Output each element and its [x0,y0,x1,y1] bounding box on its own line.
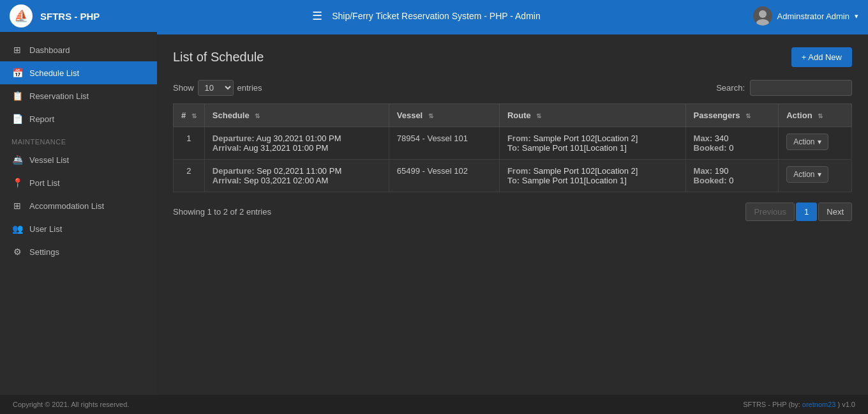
pagination-info: Showing 1 to 2 of 2 entries [173,207,271,217]
footer-copyright: Copyright © 2021. All rights reserved. [13,401,129,408]
user-menu-caret[interactable]: ▾ [855,12,858,20]
user-name[interactable]: Adminstrator Admin [777,12,849,21]
reservation-icon: 📋 [11,91,23,101]
accommodation-icon: ⊞ [11,201,23,211]
to-label: To: [507,143,520,153]
next-button[interactable]: Next [818,203,852,221]
sidebar-label-dashboard: Dashboard [29,45,70,55]
sort-icon-vessel: ⇅ [428,112,433,119]
sidebar-item-port-list[interactable]: 📍 Port List [0,171,157,194]
from-label: From: [507,134,531,143]
sort-icon-schedule: ⇅ [255,112,260,119]
menu-toggle[interactable]: ☰ [312,9,322,23]
action-button[interactable]: Action ▾ [786,166,828,183]
col-header-action[interactable]: Action ⇅ [779,104,852,127]
departure-value: Sep 02,2021 11:00 PM [257,166,341,176]
cell-passengers: Max: 340 Booked: 0 [685,127,779,160]
cell-route: From: Sample Port 102[Location 2] To: Sa… [499,127,685,160]
sidebar-item-user-list[interactable]: 👥 User List [0,217,157,240]
navbar-center: ☰ Ship/Ferry Ticket Reservation System -… [312,9,541,23]
entries-label: entries [237,83,262,93]
sort-icon-action: ⇅ [818,112,823,119]
svg-point-1 [756,19,769,26]
brand-icon: ⛵ [10,4,33,27]
table-controls: Show 10 25 50 100 entries Search: [173,80,852,96]
sidebar-label-user-list: User List [29,224,62,234]
sidebar-label-schedule: Schedule List [29,68,79,78]
action-button[interactable]: Action ▾ [786,134,828,150]
arrival-label: Arrival: [213,176,242,185]
cell-route: From: Sample Port 102[Location 2] To: Sa… [499,160,685,192]
report-icon: 📄 [11,114,23,124]
col-header-num[interactable]: # ⇅ [174,104,205,127]
sidebar-item-dashboard[interactable]: ⊞ Dashboard [0,38,157,61]
booked-label: Booked: [694,143,727,153]
page-header: List of Schedule + Add New [173,47,852,67]
add-new-button[interactable]: + Add New [791,47,852,67]
sidebar-label-report: Report [29,114,54,124]
cell-num: 2 [174,160,205,192]
dashboard-icon: ⊞ [11,45,23,55]
navbar-right: Adminstrator Admin ▾ [753,6,858,26]
sidebar-item-schedule-list[interactable]: 📅 Schedule List [0,61,157,84]
col-header-route[interactable]: Route ⇅ [499,104,685,127]
sidebar-label-port: Port List [29,178,60,188]
col-header-schedule[interactable]: Schedule ⇅ [204,104,389,127]
sidebar-item-accommodation-list[interactable]: ⊞ Accommodation List [0,194,157,217]
max-value: 340 [715,134,729,143]
to-value: Sample Port 101[Location 1] [522,143,627,153]
footer: Copyright © 2021. All rights reserved. S… [0,395,868,414]
previous-button[interactable]: Previous [745,203,795,221]
show-label: Show [173,83,194,93]
col-header-vessel[interactable]: Vessel ⇅ [389,104,499,127]
page-1-button[interactable]: 1 [796,203,817,221]
pagination-area: Showing 1 to 2 of 2 entries Previous 1 N… [173,203,852,221]
progress-bar [157,32,868,34]
sidebar-label-settings: Settings [29,247,59,257]
action-caret-icon: ▾ [818,170,821,179]
booked-value: 0 [729,176,733,185]
svg-point-0 [759,10,767,18]
table-row: 1 Departure: Aug 30,2021 01:00 PM Arriva… [174,127,852,160]
sort-icon-num: ⇅ [191,112,197,119]
to-value: Sample Port 101[Location 1] [522,176,627,185]
action-caret-icon: ▾ [818,137,821,146]
col-header-passengers[interactable]: Passengers ⇅ [685,104,779,127]
cell-passengers: Max: 190 Booked: 0 [685,160,779,192]
departure-value: Aug 30,2021 01:00 PM [257,134,341,143]
max-label: Max: [694,134,713,143]
sort-icon-passengers: ⇅ [745,112,751,119]
cell-action: Action ▾ [779,160,852,192]
departure-label: Departure: [213,166,255,176]
sidebar-item-settings[interactable]: ⚙ Settings [0,240,157,263]
sidebar-item-reservation-list[interactable]: 📋 Reservation List [0,84,157,107]
sidebar-label-reservation: Reservation List [29,91,89,101]
cell-num: 1 [174,127,205,160]
cell-schedule: Departure: Aug 30,2021 01:00 PM Arrival:… [204,127,389,160]
schedule-table: # ⇅ Schedule ⇅ Vessel ⇅ Route ⇅ Passenge… [173,103,852,192]
from-value: Sample Port 102[Location 2] [533,134,638,143]
brand-name: SFTRS - PHP [40,11,100,22]
from-label: From: [507,166,531,176]
pagination-buttons: Previous 1 Next [745,203,852,221]
navbar-title: Ship/Ferry Ticket Reservation System - P… [332,11,541,21]
search-label: Search: [716,83,745,93]
sidebar-item-vessel-list[interactable]: 🚢 Vessel List [0,148,157,171]
main-content: List of Schedule + Add New Show 10 25 50… [157,34,868,414]
arrival-label: Arrival: [213,143,242,153]
cell-vessel: 78954 - Vessel 101 [389,127,499,160]
arrival-value: Aug 31,2021 01:00 PM [243,143,328,153]
booked-value: 0 [729,143,733,153]
navbar: ⛵ SFTRS - PHP ☰ Ship/Ferry Ticket Reserv… [0,0,868,32]
footer-link[interactable]: oretnom23 [802,401,836,408]
avatar [753,6,772,26]
sidebar-label-vessel: Vessel List [29,155,69,165]
cell-action: Action ▾ [779,127,852,160]
user-list-icon: 👥 [11,224,23,234]
footer-credit: SFTRS - PHP (by: oretnom23 ) v1.0 [743,401,855,408]
schedule-icon: 📅 [11,68,23,78]
entries-select[interactable]: 10 25 50 100 [198,80,234,96]
search-input[interactable] [750,80,852,96]
sidebar-item-report[interactable]: 📄 Report [0,107,157,130]
sidebar-section-maintenance: Maintenance [0,130,157,148]
